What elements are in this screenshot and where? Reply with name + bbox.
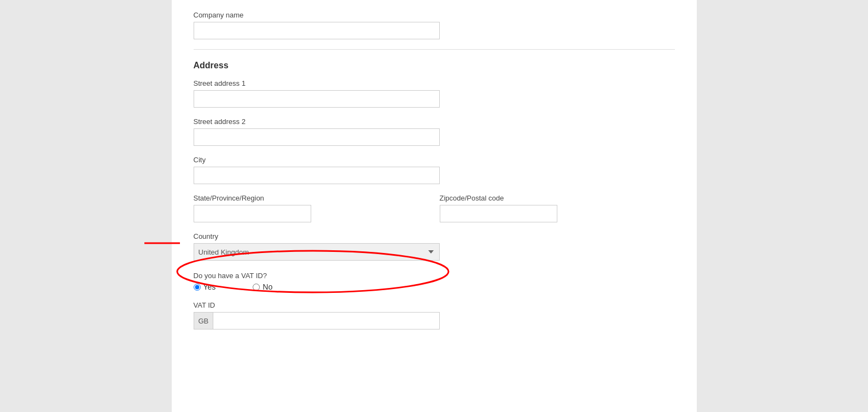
vat-yes-radio[interactable] xyxy=(194,284,201,291)
company-name-group: Company name xyxy=(194,11,675,39)
street2-label: Street address 2 xyxy=(194,117,675,126)
state-input[interactable] xyxy=(194,205,311,222)
country-label: Country xyxy=(194,232,675,240)
vat-radio-group: Yes No xyxy=(194,282,675,291)
vat-no-radio[interactable] xyxy=(253,284,260,291)
street1-input[interactable] xyxy=(194,90,440,108)
main-form: Company name Address Street address 1 St… xyxy=(172,0,697,412)
address-section-title: Address xyxy=(194,61,675,70)
vat-question-group: Do you have a VAT ID? Yes No xyxy=(194,272,675,291)
vat-id-input[interactable] xyxy=(213,314,439,328)
vat-section: Do you have a VAT ID? Yes No VAT ID GB xyxy=(194,272,675,329)
street2-group: Street address 2 xyxy=(194,117,675,146)
vat-id-group: VAT ID GB xyxy=(194,301,675,329)
vat-yes-option: Yes xyxy=(194,282,216,291)
vat-question-label: Do you have a VAT ID? xyxy=(194,272,675,280)
section-divider xyxy=(194,49,675,50)
vat-no-option: No xyxy=(253,282,272,291)
zipcode-group: Zipcode/Postal code xyxy=(440,194,675,222)
state-group: State/Province/Region xyxy=(194,194,429,222)
vat-id-label: VAT ID xyxy=(194,301,675,309)
street1-label: Street address 1 xyxy=(194,79,675,87)
vat-id-wrapper: GB xyxy=(194,312,440,329)
company-name-label: Company name xyxy=(194,11,675,19)
country-select[interactable]: United Kingdom United States Germany Fra… xyxy=(194,243,440,261)
company-name-input[interactable] xyxy=(194,22,440,39)
zipcode-label: Zipcode/Postal code xyxy=(440,194,675,202)
vat-no-label: No xyxy=(263,282,272,291)
zipcode-input[interactable] xyxy=(440,205,557,222)
vat-yes-label: Yes xyxy=(203,282,216,291)
state-label: State/Province/Region xyxy=(194,194,429,202)
city-label: City xyxy=(194,156,675,164)
country-group: Country United Kingdom United States Ger… xyxy=(194,232,675,261)
city-group: City xyxy=(194,156,675,184)
city-input[interactable] xyxy=(194,167,440,184)
vat-prefix: GB xyxy=(194,313,214,329)
street1-group: Street address 1 xyxy=(194,79,675,108)
state-zip-row: State/Province/Region Zipcode/Postal cod… xyxy=(194,194,675,232)
street2-input[interactable] xyxy=(194,128,440,146)
